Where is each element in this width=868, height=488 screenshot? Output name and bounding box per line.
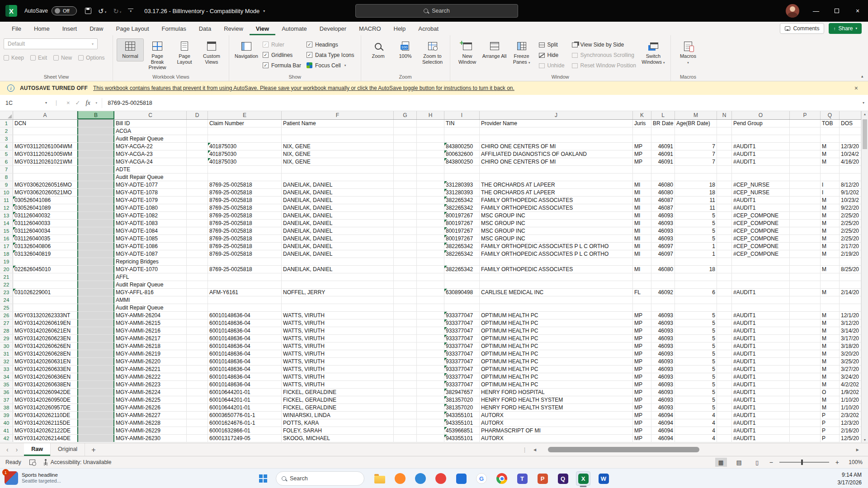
cancel-icon[interactable]: ×: [66, 99, 70, 106]
cell-D18[interactable]: [187, 250, 208, 258]
cell-A41[interactable]: MGY031420262122DE: [13, 427, 77, 434]
cell-I4[interactable]: 843800250: [444, 143, 480, 150]
cell-N7[interactable]: [717, 166, 732, 173]
column-header-O[interactable]: O: [732, 111, 790, 119]
cell-K41[interactable]: MP: [633, 427, 651, 434]
cell-B9[interactable]: [77, 181, 114, 188]
save-icon[interactable]: [85, 8, 91, 14]
cell-N8[interactable]: [717, 174, 732, 181]
cell-Q31[interactable]: M: [821, 350, 840, 357]
cell-Q36[interactable]: O: [821, 389, 840, 396]
row-header-23[interactable]: 23: [0, 289, 13, 296]
cell-G14[interactable]: [394, 220, 417, 227]
cell-H29[interactable]: [417, 335, 444, 342]
cell-E27[interactable]: 60010148636-04: [208, 319, 282, 327]
titlebar-search-box[interactable]: Search: [355, 4, 518, 18]
row-header-11[interactable]: 11: [0, 197, 13, 204]
cell-J27[interactable]: OPTIMUM HEALTH PC: [480, 319, 633, 327]
warning-close-icon[interactable]: ×: [852, 84, 861, 92]
cell-F26[interactable]: WATTS, VIRUTH: [282, 312, 394, 319]
cell-P16[interactable]: [790, 235, 821, 242]
cell-D28[interactable]: [187, 327, 208, 334]
cell-C19[interactable]: Repricing Bridges: [114, 258, 187, 265]
cell-H8[interactable]: [417, 174, 444, 181]
cell-I8[interactable]: [444, 174, 480, 181]
cell-L5[interactable]: 46091: [651, 150, 675, 158]
zoom-button[interactable]: Zoom: [365, 38, 392, 61]
cell-K10[interactable]: MI: [633, 189, 651, 196]
cell-M7[interactable]: [675, 166, 717, 173]
cell-O24[interactable]: [732, 296, 790, 304]
row-header-29[interactable]: 29: [0, 335, 13, 342]
cell-F12[interactable]: DANEILAK, DANIEL: [282, 204, 394, 211]
cell-Q11[interactable]: M: [821, 197, 840, 204]
cell-M27[interactable]: 5: [675, 319, 717, 327]
cell-P40[interactable]: [790, 419, 821, 427]
cell-R18[interactable]: 2/19/20: [840, 250, 861, 258]
cell-O34[interactable]: #AUDIT1: [732, 373, 790, 380]
cell-J3[interactable]: [480, 135, 633, 142]
cell-E5[interactable]: 401875030: [208, 150, 282, 158]
cell-G6[interactable]: [394, 158, 417, 165]
cell-F23[interactable]: NOFFEL, JERRY: [282, 289, 394, 296]
cell-M30[interactable]: 5: [675, 343, 717, 350]
cell-P14[interactable]: [790, 220, 821, 227]
cell-P29[interactable]: [790, 335, 821, 342]
cell-C31[interactable]: MGY-AMMI-26219: [114, 350, 187, 357]
select-all-corner[interactable]: [0, 111, 13, 119]
cell-E36[interactable]: 60010644201-01: [208, 389, 282, 396]
cell-J9[interactable]: THE ORCHARDS AT LAPEER: [480, 181, 633, 188]
cell-L35[interactable]: 46093: [651, 381, 675, 388]
cell-D9[interactable]: [187, 181, 208, 188]
cell-E25[interactable]: [208, 304, 282, 311]
cell-J29[interactable]: OPTIMUM HEALTH PC: [480, 335, 633, 342]
cell-G29[interactable]: [394, 335, 417, 342]
cell-B11[interactable]: [77, 197, 114, 204]
cell-G2[interactable]: [394, 127, 417, 135]
cell-M32[interactable]: 5: [675, 358, 717, 365]
cell-B6[interactable]: [77, 158, 114, 165]
cell-Q4[interactable]: M: [821, 143, 840, 150]
cell-Q12[interactable]: M: [821, 204, 840, 211]
cell-E3[interactable]: [208, 135, 282, 142]
cell-A22[interactable]: [13, 281, 77, 288]
cell-R10[interactable]: 9/1/202: [840, 189, 861, 196]
normal-view-status-button[interactable]: ▦: [715, 458, 727, 467]
cell-P12[interactable]: [790, 204, 821, 211]
cell-R14[interactable]: 2/25/20: [840, 220, 861, 227]
cell-O4[interactable]: #AUDIT1: [732, 143, 790, 150]
warning-link[interactable]: This workbook contains features that pre…: [93, 85, 514, 91]
cell-C39[interactable]: MGY-AMMI-26227: [114, 412, 187, 419]
cell-O22[interactable]: [732, 281, 790, 288]
comments-button[interactable]: Comments: [780, 23, 824, 34]
cell-F18[interactable]: DANEILAK, DANIEL: [282, 250, 394, 258]
cell-O8[interactable]: [732, 174, 790, 181]
cell-F15[interactable]: DANEILAK, DANIEL: [282, 227, 394, 235]
cell-E12[interactable]: 8769-25-0025818: [208, 204, 282, 211]
cell-B2[interactable]: [77, 127, 114, 135]
cell-I30[interactable]: 933377047: [444, 343, 480, 350]
cell-I2[interactable]: [444, 127, 480, 135]
cell-O3[interactable]: [732, 135, 790, 142]
cell-A36[interactable]: MGY031420260942DE: [13, 389, 77, 396]
cell-A15[interactable]: 031126040034: [13, 227, 77, 235]
cell-M4[interactable]: 7: [675, 143, 717, 150]
cell-G28[interactable]: [394, 327, 417, 334]
cell-Q42[interactable]: P: [821, 435, 840, 442]
cell-F3[interactable]: [282, 135, 394, 142]
cell-Q27[interactable]: M: [821, 319, 840, 327]
column-header-A[interactable]: A: [13, 111, 77, 119]
scroll-right-icon[interactable]: ▶: [854, 448, 861, 452]
cell-R29[interactable]: 3/17/20: [840, 335, 861, 342]
cell-A32[interactable]: MGY031420260631EN: [13, 358, 77, 365]
cell-P3[interactable]: [790, 135, 821, 142]
cell-P20[interactable]: [790, 266, 821, 273]
column-header-G[interactable]: G: [394, 111, 417, 119]
cell-P42[interactable]: [790, 435, 821, 442]
cell-M2[interactable]: [675, 127, 717, 135]
cell-E1[interactable]: Claim Number: [208, 120, 282, 127]
cell-P23[interactable]: [790, 289, 821, 296]
cell-K30[interactable]: MP: [633, 343, 651, 350]
cell-R4[interactable]: 12/3/20: [840, 143, 861, 150]
cell-J40[interactable]: AUTORX: [480, 419, 633, 427]
